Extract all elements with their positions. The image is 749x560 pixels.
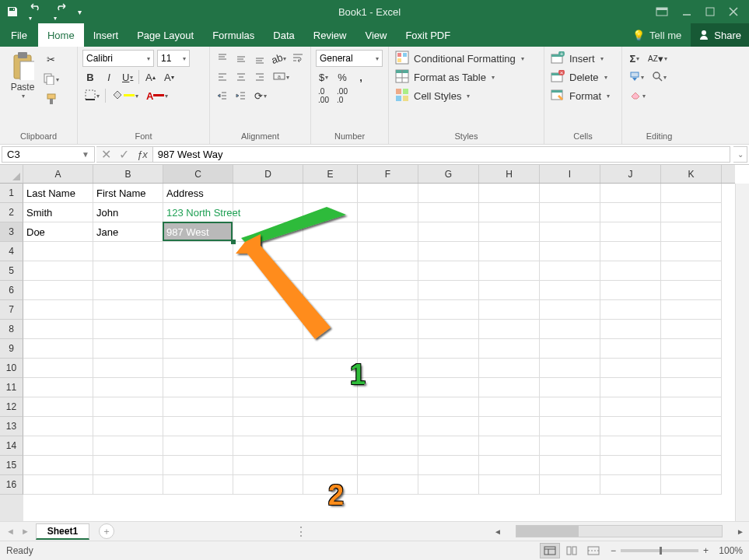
cell-a15[interactable] bbox=[23, 456, 93, 475]
cell-e14[interactable] bbox=[303, 436, 358, 456]
cell-c6[interactable] bbox=[163, 281, 233, 300]
cell-k10[interactable] bbox=[661, 359, 722, 378]
sort-filter-button[interactable]: AZ▾▾ bbox=[646, 50, 670, 67]
cell-h4[interactable] bbox=[479, 242, 540, 261]
row-header-16[interactable]: 16 bbox=[0, 475, 23, 495]
minimize-icon[interactable] bbox=[682, 7, 691, 16]
cell-k16[interactable] bbox=[661, 475, 722, 495]
cell-j9[interactable] bbox=[600, 339, 661, 359]
cell-a12[interactable] bbox=[23, 397, 93, 417]
tab-data[interactable]: Data bbox=[264, 23, 303, 47]
cell-b2[interactable]: John bbox=[93, 203, 163, 222]
hscroll-left-icon[interactable]: ◄ bbox=[492, 527, 503, 536]
cell-f5[interactable] bbox=[358, 261, 418, 281]
cell-h16[interactable] bbox=[479, 475, 540, 495]
align-top-button[interactable] bbox=[215, 50, 230, 67]
cell-e5[interactable] bbox=[303, 261, 358, 281]
cell-e15[interactable] bbox=[303, 456, 358, 475]
cell-c14[interactable] bbox=[163, 436, 233, 456]
cell-g5[interactable] bbox=[418, 261, 479, 281]
col-header-c[interactable]: C bbox=[163, 165, 233, 183]
font-name-combo[interactable]: Calibri▾ bbox=[82, 50, 154, 67]
row-header-10[interactable]: 10 bbox=[0, 359, 23, 378]
cell-k11[interactable] bbox=[661, 378, 722, 397]
cell-g9[interactable] bbox=[418, 339, 479, 359]
cell-f6[interactable] bbox=[358, 281, 418, 300]
col-header-d[interactable]: D bbox=[233, 165, 303, 183]
cell-d16[interactable] bbox=[233, 475, 303, 495]
cell-e10[interactable] bbox=[303, 359, 358, 378]
cell-c3[interactable]: 987 West bbox=[163, 222, 233, 242]
tab-insert[interactable]: Insert bbox=[84, 23, 128, 47]
cell-c4[interactable] bbox=[163, 242, 233, 261]
cell-h13[interactable] bbox=[479, 417, 540, 436]
row-header-1[interactable]: 1 bbox=[0, 184, 23, 203]
cell-b16[interactable] bbox=[93, 475, 163, 495]
cell-e3[interactable] bbox=[303, 222, 358, 242]
cell-h7[interactable] bbox=[479, 300, 540, 320]
row-header-4[interactable]: 4 bbox=[0, 242, 23, 261]
cell-e6[interactable] bbox=[303, 281, 358, 300]
row-header-14[interactable]: 14 bbox=[0, 436, 23, 456]
undo-icon[interactable]: ▾ bbox=[26, 0, 45, 24]
cell-c15[interactable] bbox=[163, 456, 233, 475]
delete-cells-button[interactable]: × Delete▾ bbox=[549, 68, 617, 86]
cell-j5[interactable] bbox=[600, 261, 661, 281]
col-header-h[interactable]: H bbox=[479, 165, 540, 183]
ribbon-display-icon[interactable] bbox=[656, 7, 668, 16]
cell-b1[interactable]: First Name bbox=[93, 184, 163, 203]
cells-area[interactable]: Last Name First Name Address Smith John bbox=[23, 184, 735, 521]
cell-i4[interactable] bbox=[540, 242, 600, 261]
cell-k15[interactable] bbox=[661, 456, 722, 475]
sheet-tab-sheet1[interactable]: Sheet1 bbox=[36, 523, 89, 540]
tab-file[interactable]: File bbox=[0, 23, 38, 47]
cell-g1[interactable] bbox=[418, 184, 479, 203]
cell-g12[interactable] bbox=[418, 397, 479, 417]
cell-j16[interactable] bbox=[600, 475, 661, 495]
cell-j1[interactable] bbox=[600, 184, 661, 203]
cell-a14[interactable] bbox=[23, 436, 93, 456]
cell-d12[interactable] bbox=[233, 397, 303, 417]
decrease-decimal-button[interactable]: .00.0 bbox=[334, 87, 350, 104]
accounting-button[interactable]: $▾ bbox=[316, 68, 331, 86]
cell-f9[interactable] bbox=[358, 339, 418, 359]
cell-c10[interactable] bbox=[163, 359, 233, 378]
cell-j15[interactable] bbox=[600, 456, 661, 475]
cell-j3[interactable] bbox=[600, 222, 661, 242]
cell-g14[interactable] bbox=[418, 436, 479, 456]
hscroll-right-icon[interactable]: ► bbox=[735, 527, 746, 536]
cell-b3[interactable]: Jane bbox=[93, 222, 163, 242]
increase-decimal-button[interactable]: .0.00 bbox=[316, 87, 331, 104]
cell-b12[interactable] bbox=[93, 397, 163, 417]
cell-g3[interactable] bbox=[418, 222, 479, 242]
italic-button[interactable]: I bbox=[101, 68, 117, 86]
cell-k4[interactable] bbox=[661, 242, 722, 261]
row-header-7[interactable]: 7 bbox=[0, 300, 23, 320]
cell-d4[interactable] bbox=[233, 242, 303, 261]
cell-b10[interactable] bbox=[93, 359, 163, 378]
cell-k2[interactable] bbox=[661, 203, 722, 222]
cell-d7[interactable] bbox=[233, 300, 303, 320]
col-header-b[interactable]: B bbox=[93, 165, 163, 183]
cell-i10[interactable] bbox=[540, 359, 600, 378]
cell-i7[interactable] bbox=[540, 300, 600, 320]
cell-a4[interactable] bbox=[23, 242, 93, 261]
cell-a3[interactable]: Doe bbox=[23, 222, 93, 242]
align-middle-button[interactable] bbox=[233, 50, 249, 67]
cell-j7[interactable] bbox=[600, 300, 661, 320]
save-icon[interactable] bbox=[5, 4, 20, 19]
cell-k7[interactable] bbox=[661, 300, 722, 320]
cell-k6[interactable] bbox=[661, 281, 722, 300]
bold-button[interactable]: B bbox=[82, 68, 98, 86]
align-bottom-button[interactable] bbox=[252, 50, 268, 67]
vertical-scrollbar[interactable] bbox=[735, 184, 749, 521]
new-sheet-button[interactable]: ＋ bbox=[99, 523, 114, 539]
font-color-button[interactable]: A▾ bbox=[144, 87, 170, 104]
cell-a2[interactable]: Smith bbox=[23, 203, 93, 222]
cell-h12[interactable] bbox=[479, 397, 540, 417]
cell-c7[interactable] bbox=[163, 300, 233, 320]
increase-font-button[interactable]: A▴ bbox=[142, 68, 158, 86]
insert-function-button[interactable]: ƒx bbox=[137, 149, 148, 160]
rotate-text-button[interactable]: ⟳▾ bbox=[252, 87, 269, 104]
percent-button[interactable]: % bbox=[334, 68, 350, 86]
